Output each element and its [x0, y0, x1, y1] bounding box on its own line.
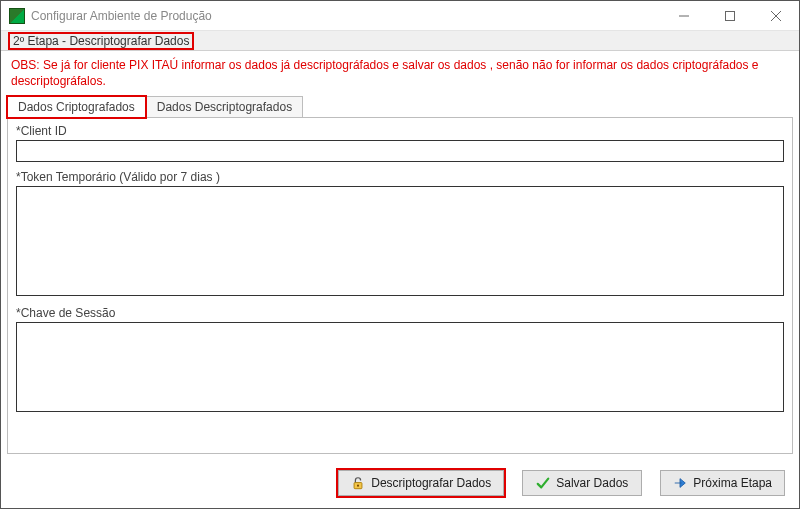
- titlebar: Configurar Ambiente de Produção: [1, 1, 799, 31]
- maximize-icon: [725, 11, 735, 21]
- app-icon: [9, 8, 25, 24]
- check-icon: [536, 476, 550, 490]
- save-button-label: Salvar Dados: [556, 476, 628, 490]
- svg-point-5: [357, 485, 359, 487]
- session-key-label: *Chave de Sessão: [16, 306, 784, 320]
- tabstrip: Dados Criptografados Dados Descriptograf…: [1, 95, 799, 117]
- minimize-icon: [679, 11, 689, 21]
- tab-dados-criptografados[interactable]: Dados Criptografados: [7, 96, 146, 118]
- tab-dados-descriptografados[interactable]: Dados Descriptografados: [146, 96, 303, 118]
- client-id-label: *Client ID: [16, 124, 784, 138]
- next-button[interactable]: Próxima Etapa: [660, 470, 785, 496]
- decrypt-button-label: Descriptografar Dados: [371, 476, 491, 490]
- unlock-icon: [351, 476, 365, 490]
- minimize-button[interactable]: [661, 1, 707, 30]
- arrow-right-icon: [673, 476, 687, 490]
- token-label: *Token Temporário (Válido por 7 dias ): [16, 170, 784, 184]
- close-icon: [771, 11, 781, 21]
- decrypt-button[interactable]: Descriptografar Dados: [338, 470, 504, 496]
- window-root: Configurar Ambiente de Produção 2º Etapa…: [0, 0, 800, 509]
- save-button[interactable]: Salvar Dados: [522, 470, 642, 496]
- maximize-button[interactable]: [707, 1, 753, 30]
- client-id-input[interactable]: [16, 140, 784, 162]
- step-banner: 2º Etapa - Descriptografar Dados: [1, 31, 799, 51]
- window-controls: [661, 1, 799, 30]
- close-button[interactable]: [753, 1, 799, 30]
- svg-rect-1: [726, 11, 735, 20]
- step-label: 2º Etapa - Descriptografar Dados: [9, 33, 193, 49]
- tab-label: Dados Descriptografados: [157, 100, 292, 114]
- obs-note: OBS: Se já for cliente PIX ITAÚ informar…: [1, 51, 799, 93]
- tab-label: Dados Criptografados: [18, 100, 135, 114]
- token-input[interactable]: [16, 186, 784, 296]
- next-button-label: Próxima Etapa: [693, 476, 772, 490]
- session-key-input[interactable]: [16, 322, 784, 412]
- tabpage-encrypted: *Client ID *Token Temporário (Válido por…: [7, 117, 793, 454]
- button-row: Descriptografar Dados Salvar Dados Próxi…: [1, 460, 799, 508]
- window-title: Configurar Ambiente de Produção: [31, 9, 661, 23]
